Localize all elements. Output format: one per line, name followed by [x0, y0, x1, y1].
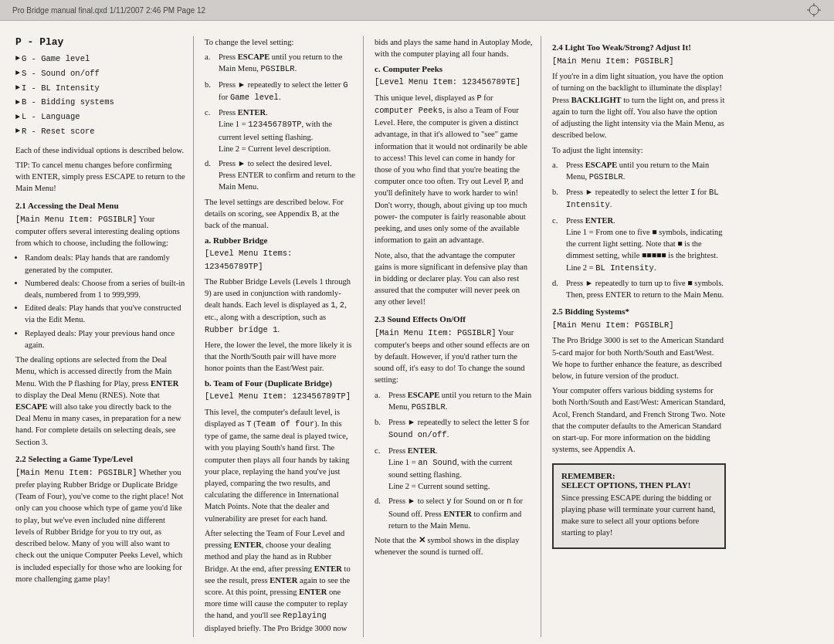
section-21: 2.1 Accessing the Deal Menu [Main Menu I… [15, 201, 185, 448]
menu-item-sound-label: S - Sound on/off [22, 67, 100, 80]
section-21-title: 2.1 Accessing the Deal Menu [15, 201, 185, 210]
section-25-menu: [Main Menu Item: PGSIBLR] [552, 319, 726, 331]
section-23: 2.3 Sound Effects On/Off [Main Menu Item… [375, 314, 533, 558]
section-c-title: c. Computer Peeks [375, 64, 533, 73]
menu-item-language: ► L - Language [15, 110, 185, 124]
menu-items-list: ► G - Game level ► S - Sound on/off ► I … [15, 53, 185, 138]
section-b-body: This level, the computer's default level… [205, 406, 355, 524]
section-a-body2: Here, the lower the level, the more like… [205, 339, 355, 375]
triangle-icon-l: ► [15, 111, 20, 124]
section-24-title: 2.4 Light Too Weak/Strong? Adjust It! [552, 42, 726, 52]
header-crosshair-icon [806, 2, 822, 18]
menu-item-reset-label: R - Reset score [22, 125, 95, 138]
menu-item-intensity-label: I - BL Intensity [22, 82, 100, 95]
section-22: 2.2 Selecting a Game Type/Level [Main Me… [15, 454, 185, 585]
section-22-title: 2.2 Selecting a Game Type/Level [15, 454, 185, 463]
menu-item-language-label: L - Language [22, 110, 80, 124]
light-step-b: b. Press ► repeatedly to select the lett… [552, 186, 726, 211]
section-21-body2: The dealing options are selected from th… [15, 354, 185, 448]
section-21-menu: [Main Menu Item: PGSIBLR] Your computer … [15, 213, 185, 249]
sound-step-b: b. Press ► repeatedly to select the lett… [375, 416, 533, 441]
section-a-title: a. Rubber Bridge [205, 236, 355, 245]
col3-intro: bids and plays the same hand in Autoplay… [375, 36, 533, 59]
column-3: bids and plays the same hand in Autoplay… [363, 36, 541, 637]
level-step-d: d. Press ► to select the desired level.P… [205, 158, 355, 193]
remember-title: REMEMBER: SELECT OPTIONS, THEN PLAY! [561, 471, 717, 490]
triangle-icon: ► [15, 53, 20, 65]
triangle-icon-b: ► [15, 97, 20, 109]
tip-text: TIP: To cancel menu changes before confi… [15, 159, 185, 195]
column-2: To change the level setting: a. Press ES… [193, 36, 363, 637]
sound-step-a: a. Press ESCAPE until you return to the … [375, 389, 533, 413]
section-b-menu: [Level Menu Item: 123456789TP] [205, 390, 355, 402]
section-25: 2.5 Bidding Systems* [Main Menu Item: PG… [552, 307, 726, 455]
column-1: P - Play ► G - Game level ► S - Sound on… [15, 36, 193, 637]
intro-text: Each of these individual options is desc… [15, 144, 185, 156]
section-c-body1: This unique level, displayed as P for co… [375, 92, 533, 246]
section-25-title: 2.5 Bidding Systems* [552, 307, 726, 316]
bullet-numbered: Numbered deals: Choose from a series of … [25, 277, 185, 300]
menu-item-game: ► G - Game level [15, 53, 185, 66]
menu-item-sound: ► S - Sound on/off [15, 67, 185, 80]
section-22-menu-body: [Main Menu Item: PGSIBLR] Whether you pr… [15, 466, 185, 585]
section-c: c. Computer Peeks [Level Menu Item: 1234… [375, 64, 533, 307]
menu-item-bidding: ► B - Bidding systems [15, 96, 185, 109]
light-step-a: a. Press ESCAPE until you return to the … [552, 159, 726, 183]
sound-step-c: c. Press ENTER. Line 1 = an Sound, with … [375, 445, 533, 493]
bullet-edited: Edited deals: Play hands that you've con… [25, 302, 185, 325]
main-content: P - Play ► G - Game level ► S - Sound on… [0, 21, 834, 644]
header-text: Pro Bridge manual final.qxd 1/11/2007 2:… [12, 6, 205, 15]
header-bar: Pro Bridge manual final.qxd 1/11/2007 2:… [0, 0, 834, 21]
light-step-d: d. Press ► repeatedly to turn up to five… [552, 277, 726, 300]
bullet-replayed: Replayed deals: Play your previous hand … [25, 327, 185, 351]
section-c-body2: Note, also, that the advantage the compu… [375, 249, 533, 308]
level-intro: To change the level setting: [205, 36, 355, 48]
section-b-title: b. Team of Four (Duplicate Bridge) [205, 378, 355, 388]
section-25-body2: Your computer offers various bidding sys… [552, 385, 726, 455]
triangle-icon-s: ► [15, 67, 20, 80]
bullet-random: Random deals: Play hands that are random… [25, 252, 185, 275]
section-c-menu: [Level Menu Item: 123456789TE] [375, 76, 533, 88]
sound-step-d: d. Press ► to select y for Sound on or n… [375, 495, 533, 531]
triangle-icon-r: ► [15, 125, 20, 137]
svg-point-0 [809, 5, 819, 15]
section-23-menu-body: [Main Menu Item: PGSIBLR] Your computer'… [375, 327, 533, 386]
light-step-c: c. Press ENTER. Line 1 = From one to fiv… [552, 215, 726, 274]
section-21-bullets: Random deals: Play hands that are random… [25, 252, 185, 351]
menu-item-intensity: ► I - BL Intensity [15, 82, 185, 95]
section-a-body: The Rubber Bridge Levels (Levels 1 throu… [205, 276, 355, 336]
section-24-menu: [Main Menu Item: PGSIBLR] [552, 55, 726, 67]
remember-body: Since pressing ESCAPE during the bidding… [561, 492, 717, 539]
menu-item-reset: ► R - Reset score [15, 125, 185, 138]
section-b: b. Team of Four (Duplicate Bridge) [Leve… [205, 378, 355, 633]
sound-steps-list: a. Press ESCAPE until you return to the … [375, 389, 533, 531]
triangle-icon-i: ► [15, 82, 20, 94]
menu-item-bidding-label: B - Bidding systems [22, 96, 114, 109]
column-4: 2.4 Light Too Weak/Strong? Adjust It! [M… [541, 36, 726, 637]
remember-box: REMEMBER: SELECT OPTIONS, THEN PLAY! Sin… [552, 463, 726, 550]
section-a-menu: [Level Menu Items: 123456789TP] [205, 247, 355, 272]
level-steps-list: a. Press ESCAPE until you return to the … [205, 51, 355, 192]
section-24-body1: If you're in a dim light situation, you … [552, 70, 726, 141]
level-step-c: c. Press ENTER. Line 1 = 123456789TP, wi… [205, 107, 355, 154]
menu-item-game-label: G - Game level [22, 53, 90, 66]
light-steps-list: a. Press ESCAPE until you return to the … [552, 159, 726, 300]
section-23-footer: Note that the ✕ symbol shows in the disp… [375, 534, 533, 558]
page-container: Pro Bridge manual final.qxd 1/11/2007 2:… [0, 0, 834, 644]
level-step-a: a. Press ESCAPE until you return to the … [205, 51, 355, 75]
section-24: 2.4 Light Too Weak/Strong? Adjust It! [M… [552, 42, 726, 300]
section-b-body2: After selecting the Team of Four Level a… [205, 527, 355, 634]
section-25-body1: The Pro Bridge 3000 is set to the Americ… [552, 334, 726, 381]
section-24-intro: To adjust the light intensity: [552, 144, 726, 156]
level-footer: The level settings are described below. … [205, 196, 355, 232]
section-a: a. Rubber Bridge [Level Menu Items: 1234… [205, 236, 355, 374]
level-step-b: b. Press ► repeatedly to select the lett… [205, 79, 355, 103]
play-header: P - Play [15, 36, 185, 48]
section-23-title: 2.3 Sound Effects On/Off [375, 314, 533, 324]
